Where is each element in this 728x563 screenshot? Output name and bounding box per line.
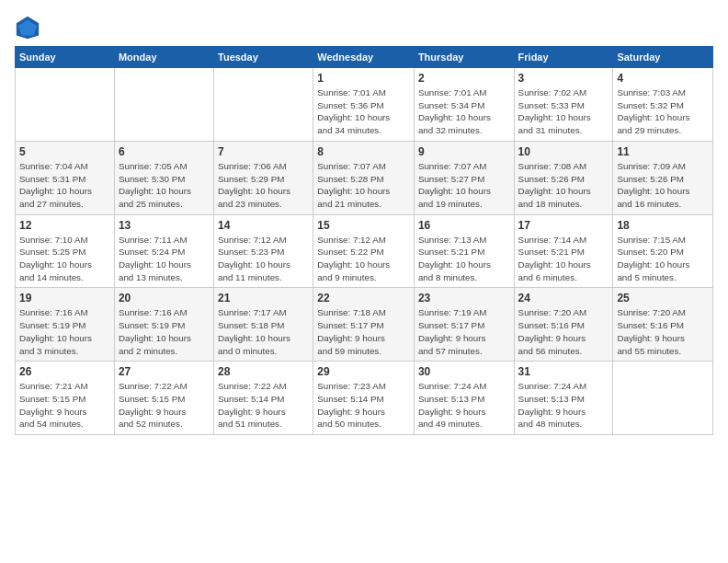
day-info: Sunrise: 7:07 AM Sunset: 5:28 PM Dayligh… (317, 160, 410, 211)
calendar-cell: 7Sunrise: 7:06 AM Sunset: 5:29 PM Daylig… (214, 141, 313, 214)
calendar-cell: 26Sunrise: 7:21 AM Sunset: 5:15 PM Dayli… (16, 362, 115, 435)
day-info: Sunrise: 7:06 AM Sunset: 5:29 PM Dayligh… (218, 160, 309, 211)
weekday-header-row: SundayMondayTuesdayWednesdayThursdayFrid… (16, 47, 713, 68)
day-info: Sunrise: 7:08 AM Sunset: 5:26 PM Dayligh… (518, 160, 609, 211)
day-number: 26 (19, 365, 110, 378)
day-number: 19 (19, 292, 110, 304)
day-info: Sunrise: 7:12 AM Sunset: 5:23 PM Dayligh… (218, 234, 309, 284)
day-number: 3 (518, 72, 609, 85)
day-number: 24 (518, 292, 609, 304)
calendar-cell: 12Sunrise: 7:10 AM Sunset: 5:25 PM Dayli… (16, 214, 115, 288)
calendar-cell: 9Sunrise: 7:07 AM Sunset: 5:27 PM Daylig… (414, 141, 514, 214)
calendar-cell: 17Sunrise: 7:14 AM Sunset: 5:21 PM Dayli… (514, 214, 613, 288)
calendar-cell: 3Sunrise: 7:02 AM Sunset: 5:33 PM Daylig… (514, 68, 613, 142)
calendar-cell (613, 362, 713, 435)
day-info: Sunrise: 7:21 AM Sunset: 5:15 PM Dayligh… (19, 380, 110, 431)
day-info: Sunrise: 7:24 AM Sunset: 5:13 PM Dayligh… (418, 380, 510, 431)
calendar-cell (16, 68, 115, 142)
day-number: 15 (317, 219, 410, 232)
day-number: 28 (218, 365, 309, 378)
day-info: Sunrise: 7:17 AM Sunset: 5:18 PM Dayligh… (218, 306, 309, 357)
day-number: 31 (518, 365, 609, 378)
calendar-cell (214, 68, 313, 142)
day-info: Sunrise: 7:12 AM Sunset: 5:22 PM Dayligh… (317, 234, 410, 284)
header-area (15, 15, 713, 40)
calendar-week-row: 12Sunrise: 7:10 AM Sunset: 5:25 PM Dayli… (16, 214, 713, 288)
day-number: 29 (317, 365, 410, 378)
weekday-header: Saturday (613, 47, 713, 68)
day-info: Sunrise: 7:04 AM Sunset: 5:31 PM Dayligh… (19, 160, 110, 211)
calendar-cell: 25Sunrise: 7:20 AM Sunset: 5:16 PM Dayli… (613, 288, 713, 362)
day-info: Sunrise: 7:01 AM Sunset: 5:36 PM Dayligh… (317, 86, 410, 137)
calendar-cell (114, 68, 213, 142)
day-info: Sunrise: 7:22 AM Sunset: 5:15 PM Dayligh… (119, 380, 210, 431)
day-number: 10 (518, 145, 609, 158)
logo-icon (15, 15, 40, 40)
calendar-cell: 20Sunrise: 7:16 AM Sunset: 5:19 PM Dayli… (114, 288, 213, 362)
day-number: 23 (418, 292, 510, 304)
day-number: 21 (218, 292, 309, 304)
day-info: Sunrise: 7:09 AM Sunset: 5:26 PM Dayligh… (617, 160, 709, 211)
calendar-cell: 24Sunrise: 7:20 AM Sunset: 5:16 PM Dayli… (514, 288, 613, 362)
day-info: Sunrise: 7:22 AM Sunset: 5:14 PM Dayligh… (218, 380, 309, 431)
calendar-cell: 1Sunrise: 7:01 AM Sunset: 5:36 PM Daylig… (313, 68, 415, 142)
calendar-cell: 8Sunrise: 7:07 AM Sunset: 5:28 PM Daylig… (313, 141, 415, 214)
weekday-header: Monday (114, 47, 213, 68)
calendar-cell: 23Sunrise: 7:19 AM Sunset: 5:17 PM Dayli… (414, 288, 514, 362)
day-number: 7 (218, 145, 309, 158)
day-number: 6 (119, 145, 210, 158)
day-number: 1 (317, 72, 410, 85)
day-info: Sunrise: 7:16 AM Sunset: 5:19 PM Dayligh… (19, 306, 110, 357)
calendar-cell: 11Sunrise: 7:09 AM Sunset: 5:26 PM Dayli… (613, 141, 713, 214)
calendar-cell: 2Sunrise: 7:01 AM Sunset: 5:34 PM Daylig… (414, 68, 514, 142)
day-number: 9 (418, 145, 510, 158)
calendar-week-row: 19Sunrise: 7:16 AM Sunset: 5:19 PM Dayli… (16, 288, 713, 362)
day-number: 14 (218, 219, 309, 232)
calendar-cell: 28Sunrise: 7:22 AM Sunset: 5:14 PM Dayli… (214, 362, 313, 435)
weekday-header: Tuesday (214, 47, 313, 68)
day-info: Sunrise: 7:19 AM Sunset: 5:17 PM Dayligh… (418, 306, 510, 357)
weekday-header: Sunday (16, 47, 115, 68)
day-number: 4 (617, 72, 709, 85)
day-number: 17 (518, 219, 609, 232)
calendar-cell: 29Sunrise: 7:23 AM Sunset: 5:14 PM Dayli… (313, 362, 415, 435)
calendar-cell: 27Sunrise: 7:22 AM Sunset: 5:15 PM Dayli… (114, 362, 213, 435)
calendar-cell: 15Sunrise: 7:12 AM Sunset: 5:22 PM Dayli… (313, 214, 415, 288)
day-info: Sunrise: 7:11 AM Sunset: 5:24 PM Dayligh… (119, 234, 210, 284)
day-info: Sunrise: 7:02 AM Sunset: 5:33 PM Dayligh… (518, 86, 609, 137)
day-number: 18 (617, 219, 709, 232)
calendar-cell: 13Sunrise: 7:11 AM Sunset: 5:24 PM Dayli… (114, 214, 213, 288)
calendar-table: SundayMondayTuesdayWednesdayThursdayFrid… (15, 46, 713, 435)
day-info: Sunrise: 7:15 AM Sunset: 5:20 PM Dayligh… (617, 234, 709, 284)
day-number: 12 (19, 219, 110, 232)
weekday-header: Thursday (414, 47, 514, 68)
day-number: 16 (418, 219, 510, 232)
calendar-week-row: 1Sunrise: 7:01 AM Sunset: 5:36 PM Daylig… (16, 68, 713, 142)
day-number: 20 (119, 292, 210, 304)
day-info: Sunrise: 7:20 AM Sunset: 5:16 PM Dayligh… (617, 306, 709, 357)
day-info: Sunrise: 7:20 AM Sunset: 5:16 PM Dayligh… (518, 306, 609, 357)
day-info: Sunrise: 7:01 AM Sunset: 5:34 PM Dayligh… (418, 86, 510, 137)
calendar-cell: 22Sunrise: 7:18 AM Sunset: 5:17 PM Dayli… (313, 288, 415, 362)
day-number: 11 (617, 145, 709, 158)
day-number: 30 (418, 365, 510, 378)
day-info: Sunrise: 7:23 AM Sunset: 5:14 PM Dayligh… (317, 380, 410, 431)
calendar-cell: 19Sunrise: 7:16 AM Sunset: 5:19 PM Dayli… (16, 288, 115, 362)
day-info: Sunrise: 7:16 AM Sunset: 5:19 PM Dayligh… (119, 306, 210, 357)
day-number: 5 (19, 145, 110, 158)
day-number: 25 (617, 292, 709, 304)
calendar-cell: 18Sunrise: 7:15 AM Sunset: 5:20 PM Dayli… (613, 214, 713, 288)
day-number: 8 (317, 145, 410, 158)
calendar-cell: 6Sunrise: 7:05 AM Sunset: 5:30 PM Daylig… (114, 141, 213, 214)
calendar-cell: 14Sunrise: 7:12 AM Sunset: 5:23 PM Dayli… (214, 214, 313, 288)
page: SundayMondayTuesdayWednesdayThursdayFrid… (0, 0, 728, 563)
day-info: Sunrise: 7:24 AM Sunset: 5:13 PM Dayligh… (518, 380, 609, 431)
day-number: 2 (418, 72, 510, 85)
calendar-cell: 31Sunrise: 7:24 AM Sunset: 5:13 PM Dayli… (514, 362, 613, 435)
day-info: Sunrise: 7:14 AM Sunset: 5:21 PM Dayligh… (518, 234, 609, 284)
day-info: Sunrise: 7:03 AM Sunset: 5:32 PM Dayligh… (617, 86, 709, 137)
day-number: 13 (119, 219, 210, 232)
calendar-cell: 10Sunrise: 7:08 AM Sunset: 5:26 PM Dayli… (514, 141, 613, 214)
day-info: Sunrise: 7:05 AM Sunset: 5:30 PM Dayligh… (119, 160, 210, 211)
calendar-cell: 16Sunrise: 7:13 AM Sunset: 5:21 PM Dayli… (414, 214, 514, 288)
